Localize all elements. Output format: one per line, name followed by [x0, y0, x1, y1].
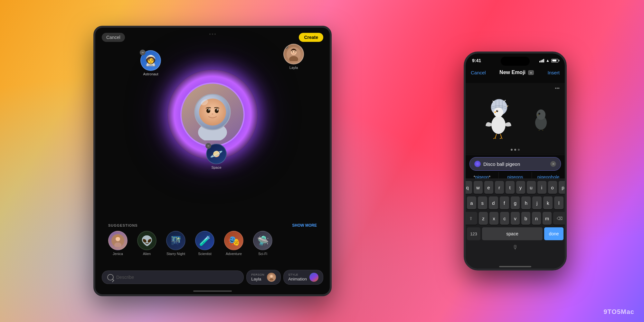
- suggestions-list: Jenica 👽 Alien 🌃 Starry Night: [108, 231, 317, 256]
- svg-point-4: [215, 109, 219, 113]
- iphone-frame: 9:41 ▲ Cancel: [464, 52, 567, 270]
- key-f[interactable]: f: [500, 196, 509, 209]
- show-more-button[interactable]: SHOW MORE: [292, 223, 317, 228]
- suggestion-jenica[interactable]: Jenica: [108, 231, 128, 256]
- key-n[interactable]: n: [532, 212, 541, 225]
- status-icons: ▲: [539, 58, 558, 63]
- describe-sparkle-icon: [107, 274, 114, 280]
- key-r[interactable]: r: [495, 181, 504, 194]
- layla-avatar: −: [283, 44, 304, 64]
- emoji-scene: − Layla: [95, 41, 330, 189]
- ipad-cancel-button[interactable]: Cancel: [102, 33, 125, 42]
- iphone-nav-title: New Emoji ●: [499, 70, 534, 75]
- key-b[interactable]: b: [521, 212, 530, 225]
- keyboard-mic-row: 🎙: [466, 243, 565, 253]
- key-s[interactable]: s: [478, 196, 487, 209]
- watermark-text: 9TO5Mac: [603, 308, 634, 315]
- ipad-create-button[interactable]: Create: [299, 33, 323, 42]
- key-h[interactable]: h: [521, 196, 531, 209]
- key-a[interactable]: a: [467, 196, 476, 209]
- key-c[interactable]: c: [500, 212, 509, 225]
- suggestions-header: SUGGESTIONS SHOW MORE: [108, 223, 317, 228]
- key-numbers[interactable]: 123: [467, 227, 480, 240]
- iphone-cancel-button[interactable]: Cancel: [471, 70, 486, 75]
- ipad-top-bar: Cancel Create: [95, 28, 330, 44]
- key-delete[interactable]: ⌫: [553, 212, 565, 225]
- iphone-screen: 9:41 ▲ Cancel: [466, 53, 565, 269]
- key-l[interactable]: l: [554, 196, 564, 209]
- battery-tip: [559, 60, 559, 62]
- key-shift[interactable]: ⇧: [466, 212, 477, 225]
- search-clear-button[interactable]: ✕: [550, 161, 556, 167]
- svg-point-29: [497, 110, 498, 111]
- search-sparkle-icon: [474, 161, 481, 167]
- dot-2: [212, 33, 213, 35]
- key-q[interactable]: q: [466, 181, 472, 194]
- key-o[interactable]: o: [548, 181, 557, 194]
- svg-point-3: [206, 109, 210, 113]
- suggestion-alien[interactable]: 👽 Alien: [137, 231, 156, 256]
- key-p[interactable]: p: [559, 181, 565, 194]
- key-x[interactable]: x: [489, 212, 498, 225]
- iphone-emoji-preview: •••: [466, 83, 565, 154]
- key-u[interactable]: u: [527, 181, 536, 194]
- space-label: Space: [211, 166, 221, 169]
- suggestion-scientist[interactable]: 🧪 Scientist: [195, 231, 214, 256]
- key-i[interactable]: i: [537, 181, 546, 194]
- iphone-title-text: New Emoji: [499, 70, 526, 75]
- key-space[interactable]: space: [482, 227, 543, 240]
- ipad-home-indicator: [193, 290, 232, 292]
- secondary-emoji-preview: [528, 106, 554, 131]
- suggestion-scifi[interactable]: 🛸 Sci-Fi: [253, 231, 272, 256]
- suggestion-starry-night[interactable]: 🌃 Starry Night: [166, 231, 185, 256]
- style-chip[interactable]: STYLE Animation: [283, 270, 323, 285]
- watermark: 9TO5Mac: [603, 308, 634, 316]
- svg-line-34: [500, 138, 502, 139]
- svg-point-38: [538, 113, 540, 115]
- svg-line-40: [543, 130, 544, 131]
- new-emoji-badge: ●: [528, 70, 534, 75]
- key-e[interactable]: e: [484, 181, 493, 194]
- keyboard-bottom-row: 123 space done: [466, 227, 565, 240]
- style-chip-value: Animation: [288, 277, 307, 281]
- key-w[interactable]: w: [474, 181, 483, 194]
- key-t[interactable]: t: [506, 181, 515, 194]
- describe-input-field[interactable]: Describe: [102, 270, 244, 284]
- search-input-text[interactable]: Disco ball pigeon: [483, 161, 548, 167]
- suggestion-adventure[interactable]: 🎭 Adventure: [224, 231, 243, 256]
- mic-button[interactable]: 🎙: [512, 244, 518, 251]
- person-chip[interactable]: PERSON Layla: [246, 270, 281, 285]
- astronaut-item[interactable]: − 🧑‍🚀 Astronaut: [140, 50, 161, 76]
- keyboard-row-1: q w e r t y u i o p: [467, 181, 564, 194]
- battery-fill: [552, 60, 557, 62]
- key-y[interactable]: y: [516, 181, 525, 194]
- key-z[interactable]: z: [479, 212, 488, 225]
- wifi-icon: ▲: [546, 58, 550, 63]
- svg-point-18: [270, 275, 273, 278]
- ipad-device: Cancel Create: [93, 26, 332, 296]
- key-v[interactable]: v: [511, 212, 520, 225]
- svg-line-35: [502, 138, 502, 139]
- person-chip-avatar: [267, 273, 276, 282]
- signal-icon: [539, 59, 544, 62]
- iphone-insert-button[interactable]: Insert: [547, 70, 560, 75]
- key-g[interactable]: g: [511, 196, 520, 209]
- key-done[interactable]: done: [544, 227, 564, 240]
- space-item[interactable]: − 🪐 Space: [206, 144, 227, 169]
- astronaut-remove-button[interactable]: −: [140, 50, 146, 55]
- person-layla: − Layla: [283, 44, 304, 70]
- key-m[interactable]: m: [543, 212, 552, 225]
- key-j[interactable]: j: [532, 196, 542, 209]
- keyboard-rows: q w e r t y u i o p a s: [466, 178, 565, 225]
- key-k[interactable]: k: [543, 196, 553, 209]
- svg-point-7: [212, 113, 213, 115]
- svg-line-39: [538, 130, 539, 131]
- jenica-icon: [108, 231, 128, 250]
- dot-3: [214, 33, 216, 35]
- scientist-label: Scientist: [198, 252, 212, 256]
- alien-icon: 👽: [137, 231, 156, 250]
- space-remove-button[interactable]: −: [205, 143, 211, 149]
- key-d[interactable]: d: [489, 196, 498, 209]
- preview-dots: [511, 149, 520, 151]
- iphone-search-bar[interactable]: Disco ball pigeon ✕: [469, 157, 561, 171]
